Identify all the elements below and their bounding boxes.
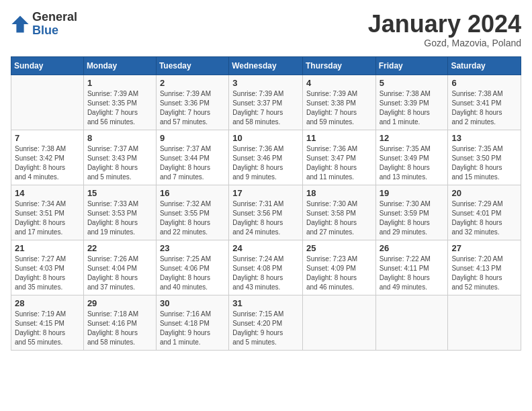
calendar-cell: 19Sunrise: 7:30 AM Sunset: 3:59 PM Dayli… [375,185,448,240]
logo-blue: Blue [32,24,77,38]
day-number: 22 [87,243,152,253]
calendar-cell: 9Sunrise: 7:37 AM Sunset: 3:44 PM Daylig… [156,130,228,185]
weekday-header-friday: Friday [375,56,448,75]
day-number: 18 [306,188,372,198]
day-info: Sunrise: 7:37 AM Sunset: 3:44 PM Dayligh… [160,144,225,182]
calendar-cell: 13Sunrise: 7:35 AM Sunset: 3:50 PM Dayli… [448,130,521,185]
calendar-cell: 6Sunrise: 7:38 AM Sunset: 3:41 PM Daylig… [448,75,521,130]
logo: General Blue [11,11,77,38]
calendar-cell: 29Sunrise: 7:18 AM Sunset: 4:16 PM Dayli… [83,295,156,350]
day-info: Sunrise: 7:20 AM Sunset: 4:13 PM Dayligh… [451,255,517,292]
day-number: 5 [380,78,445,88]
day-info: Sunrise: 7:36 AM Sunset: 3:47 PM Dayligh… [306,144,372,182]
day-info: Sunrise: 7:39 AM Sunset: 3:37 PM Dayligh… [232,89,299,127]
day-number: 15 [87,188,152,198]
day-info: Sunrise: 7:35 AM Sunset: 3:50 PM Dayligh… [451,144,517,182]
day-number: 30 [160,298,225,308]
calendar-cell: 24Sunrise: 7:24 AM Sunset: 4:08 PM Dayli… [229,240,303,295]
day-info: Sunrise: 7:22 AM Sunset: 4:11 PM Dayligh… [380,255,445,292]
day-info: Sunrise: 7:18 AM Sunset: 4:16 PM Dayligh… [87,310,152,347]
day-info: Sunrise: 7:34 AM Sunset: 3:51 PM Dayligh… [15,199,80,237]
calendar-cell: 28Sunrise: 7:19 AM Sunset: 4:15 PM Dayli… [11,295,84,350]
day-info: Sunrise: 7:38 AM Sunset: 3:41 PM Dayligh… [451,89,517,127]
day-number: 12 [380,133,445,143]
calendar-cell: 4Sunrise: 7:39 AM Sunset: 3:38 PM Daylig… [302,75,375,130]
day-info: Sunrise: 7:36 AM Sunset: 3:46 PM Dayligh… [232,144,299,182]
day-number: 16 [160,188,225,198]
day-info: Sunrise: 7:38 AM Sunset: 3:42 PM Dayligh… [15,144,80,182]
calendar-week-row: 28Sunrise: 7:19 AM Sunset: 4:15 PM Dayli… [11,295,521,350]
day-info: Sunrise: 7:15 AM Sunset: 4:20 PM Dayligh… [232,310,299,347]
day-number: 24 [232,243,299,253]
title-block: January 2024 Gozd, Mazovia, Poland [368,11,521,48]
weekday-header-sunday: Sunday [11,56,84,75]
calendar-cell: 7Sunrise: 7:38 AM Sunset: 3:42 PM Daylig… [11,130,84,185]
day-number: 1 [87,78,152,88]
svg-marker-0 [11,15,28,32]
day-info: Sunrise: 7:39 AM Sunset: 3:36 PM Dayligh… [160,89,225,127]
weekday-header-monday: Monday [83,56,156,75]
calendar-cell [448,295,521,350]
day-number: 10 [232,133,299,143]
calendar-cell: 10Sunrise: 7:36 AM Sunset: 3:46 PM Dayli… [229,130,303,185]
day-info: Sunrise: 7:39 AM Sunset: 3:35 PM Dayligh… [87,89,152,127]
day-number: 25 [306,243,372,253]
day-number: 7 [15,133,80,143]
calendar-cell: 25Sunrise: 7:23 AM Sunset: 4:09 PM Dayli… [302,240,375,295]
day-number: 2 [160,78,225,88]
day-info: Sunrise: 7:31 AM Sunset: 3:56 PM Dayligh… [232,199,299,237]
day-info: Sunrise: 7:29 AM Sunset: 4:01 PM Dayligh… [451,199,517,237]
day-info: Sunrise: 7:32 AM Sunset: 3:55 PM Dayligh… [160,199,225,237]
calendar-week-row: 7Sunrise: 7:38 AM Sunset: 3:42 PM Daylig… [11,130,521,185]
day-number: 29 [87,298,152,308]
calendar-cell: 2Sunrise: 7:39 AM Sunset: 3:36 PM Daylig… [156,75,228,130]
weekday-header-row: SundayMondayTuesdayWednesdayThursdayFrid… [11,56,521,75]
day-info: Sunrise: 7:39 AM Sunset: 3:38 PM Dayligh… [306,89,372,127]
calendar-week-row: 21Sunrise: 7:27 AM Sunset: 4:03 PM Dayli… [11,240,521,295]
logo-general: General [32,11,77,24]
logo-text: General Blue [32,11,77,38]
day-info: Sunrise: 7:25 AM Sunset: 4:06 PM Dayligh… [160,255,225,292]
calendar-cell: 30Sunrise: 7:16 AM Sunset: 4:18 PM Dayli… [156,295,228,350]
day-number: 31 [232,298,299,308]
calendar-cell: 11Sunrise: 7:36 AM Sunset: 3:47 PM Dayli… [302,130,375,185]
weekday-header-tuesday: Tuesday [156,56,228,75]
day-number: 26 [380,243,445,253]
day-number: 3 [232,78,299,88]
calendar-cell: 3Sunrise: 7:39 AM Sunset: 3:37 PM Daylig… [229,75,303,130]
calendar-cell: 14Sunrise: 7:34 AM Sunset: 3:51 PM Dayli… [11,185,84,240]
calendar-cell: 21Sunrise: 7:27 AM Sunset: 4:03 PM Dayli… [11,240,84,295]
calendar-cell: 5Sunrise: 7:38 AM Sunset: 3:39 PM Daylig… [375,75,448,130]
month-title: January 2024 [368,11,521,38]
calendar-cell: 31Sunrise: 7:15 AM Sunset: 4:20 PM Dayli… [229,295,303,350]
page-header: General Blue January 2024 Gozd, Mazovia,… [11,11,521,48]
logo-icon [11,15,30,34]
calendar-body: 1Sunrise: 7:39 AM Sunset: 3:35 PM Daylig… [11,75,521,350]
calendar-cell: 12Sunrise: 7:35 AM Sunset: 3:49 PM Dayli… [375,130,448,185]
day-number: 17 [232,188,299,198]
calendar-cell: 8Sunrise: 7:37 AM Sunset: 3:43 PM Daylig… [83,130,156,185]
day-number: 27 [451,243,517,253]
calendar-cell: 16Sunrise: 7:32 AM Sunset: 3:55 PM Dayli… [156,185,228,240]
day-number: 23 [160,243,225,253]
day-number: 6 [451,78,517,88]
day-info: Sunrise: 7:24 AM Sunset: 4:08 PM Dayligh… [232,255,299,292]
day-info: Sunrise: 7:33 AM Sunset: 3:53 PM Dayligh… [87,199,152,237]
day-info: Sunrise: 7:30 AM Sunset: 3:59 PM Dayligh… [380,199,445,237]
calendar-cell [375,295,448,350]
weekday-header-wednesday: Wednesday [229,56,303,75]
calendar-cell [11,75,84,130]
day-number: 9 [160,133,225,143]
day-number: 8 [87,133,152,143]
day-info: Sunrise: 7:30 AM Sunset: 3:58 PM Dayligh… [306,199,372,237]
day-number: 4 [306,78,372,88]
day-info: Sunrise: 7:27 AM Sunset: 4:03 PM Dayligh… [15,255,80,292]
day-info: Sunrise: 7:38 AM Sunset: 3:39 PM Dayligh… [380,89,445,127]
weekday-header-saturday: Saturday [448,56,521,75]
calendar-cell: 20Sunrise: 7:29 AM Sunset: 4:01 PM Dayli… [448,185,521,240]
calendar-cell: 27Sunrise: 7:20 AM Sunset: 4:13 PM Dayli… [448,240,521,295]
day-number: 13 [451,133,517,143]
calendar-cell: 1Sunrise: 7:39 AM Sunset: 3:35 PM Daylig… [83,75,156,130]
weekday-header-thursday: Thursday [302,56,375,75]
day-number: 28 [15,298,80,308]
